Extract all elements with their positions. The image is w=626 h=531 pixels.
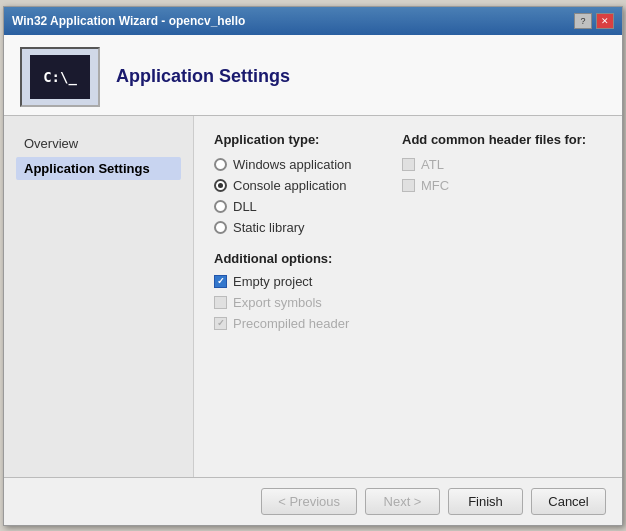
radio-windows-indicator: [214, 158, 227, 171]
cb-mfc-indicator: [402, 179, 415, 192]
radio-dll[interactable]: DLL: [214, 199, 362, 214]
common-header-checkbox-group: ATL MFC: [402, 157, 602, 193]
previous-button[interactable]: < Previous: [261, 488, 357, 515]
checkmark-empty: ✓: [217, 277, 225, 286]
additional-label: Additional options:: [214, 251, 362, 266]
cb-atl-indicator: [402, 158, 415, 171]
radio-windows-app[interactable]: Windows application: [214, 157, 362, 172]
main-window: Win32 Application Wizard - opencv_hello …: [3, 6, 623, 526]
icon-inner: C:\_: [30, 55, 90, 99]
cb-empty-indicator: ✓: [214, 275, 227, 288]
icon-text: C:\_: [43, 69, 77, 85]
help-button[interactable]: ?: [574, 13, 592, 29]
common-header-label: Add common header files for:: [402, 132, 602, 147]
cb-export-indicator: [214, 296, 227, 309]
left-column: Application type: Windows application: [214, 132, 362, 347]
cancel-button[interactable]: Cancel: [531, 488, 606, 515]
sidebar-item-overview[interactable]: Overview: [16, 132, 181, 155]
app-type-radio-group: Windows application Console application: [214, 157, 362, 235]
app-type-label: Application type:: [214, 132, 362, 147]
additional-section: Additional options: ✓ Empty project: [214, 251, 362, 331]
main-content: Application type: Windows application: [194, 116, 622, 477]
wizard-icon: C:\_: [20, 47, 100, 107]
checkbox-atl: ATL: [402, 157, 602, 172]
radio-dot: [218, 183, 223, 188]
page-title: Application Settings: [116, 66, 290, 87]
finish-button[interactable]: Finish: [448, 488, 523, 515]
checkmark-precompiled: ✓: [217, 319, 225, 328]
content-area: C:\_ Application Settings Overview Appli…: [4, 35, 622, 525]
radio-static-indicator: [214, 221, 227, 234]
cb-precompiled-indicator: ✓: [214, 317, 227, 330]
two-column-layout: Application type: Windows application: [214, 132, 602, 347]
sidebar: Overview Application Settings: [4, 116, 194, 477]
checkbox-mfc: MFC: [402, 178, 602, 193]
checkbox-export-symbols: Export symbols: [214, 295, 362, 310]
additional-checkbox-group: ✓ Empty project Export symbols: [214, 274, 362, 331]
close-button[interactable]: ✕: [596, 13, 614, 29]
checkbox-precompiled: ✓ Precompiled header: [214, 316, 362, 331]
next-button[interactable]: Next >: [365, 488, 440, 515]
radio-console-indicator: [214, 179, 227, 192]
radio-console-app[interactable]: Console application: [214, 178, 362, 193]
checkbox-empty-project[interactable]: ✓ Empty project: [214, 274, 362, 289]
right-column: Add common header files for: ATL MFC: [402, 132, 602, 347]
window-title: Win32 Application Wizard - opencv_hello: [12, 14, 245, 28]
radio-dll-indicator: [214, 200, 227, 213]
titlebar-buttons: ? ✕: [574, 13, 614, 29]
footer: < Previous Next > Finish Cancel: [4, 477, 622, 525]
body-area: Overview Application Settings Applicatio…: [4, 116, 622, 477]
radio-static-lib[interactable]: Static library: [214, 220, 362, 235]
titlebar: Win32 Application Wizard - opencv_hello …: [4, 7, 622, 35]
header-area: C:\_ Application Settings: [4, 35, 622, 116]
sidebar-item-app-settings[interactable]: Application Settings: [16, 157, 181, 180]
